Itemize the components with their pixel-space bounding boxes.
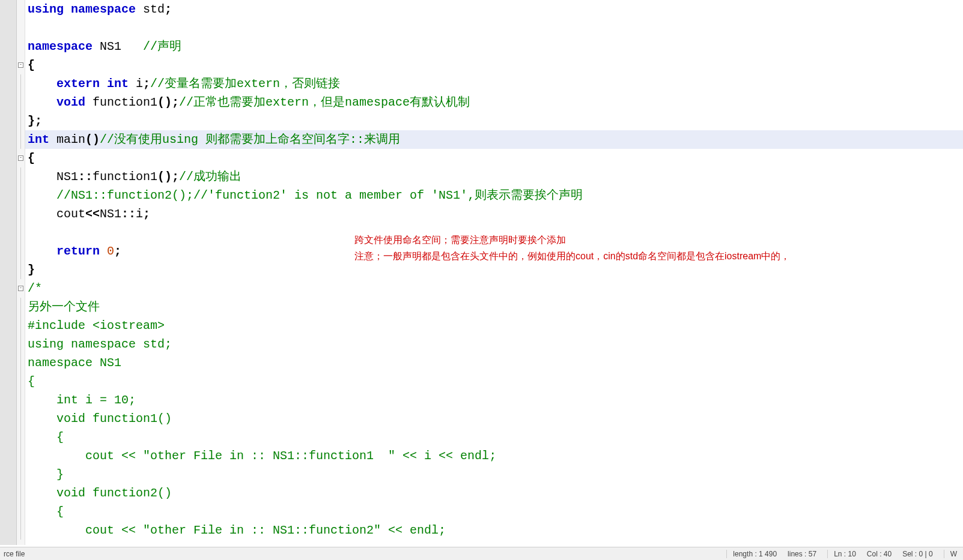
code-line[interactable]: void function1()	[25, 409, 963, 428]
code-line[interactable]: int main()//没有使用using 则都需要加上命名空间名字::来调用	[25, 130, 963, 149]
token: extern int	[56, 77, 129, 91]
code-line[interactable]: }	[25, 465, 963, 484]
fold-marker[interactable]	[17, 316, 25, 335]
token: int	[28, 133, 49, 146]
token: NS1	[56, 170, 78, 184]
token: cout	[56, 207, 85, 221]
code-line[interactable]: using namespace std;	[25, 0, 963, 19]
fold-marker[interactable]	[17, 242, 25, 260]
fold-marker[interactable]	[17, 298, 25, 316]
token: {	[28, 375, 35, 388]
code-line[interactable]: {	[25, 149, 963, 167]
token: //声明	[143, 40, 181, 53]
code-line[interactable]: NS1::function1();//成功输出	[25, 167, 963, 186]
token: }	[28, 263, 35, 277]
fold-marker[interactable]	[17, 223, 25, 242]
status-sel: Sel : 0 | 0	[902, 550, 932, 558]
fold-marker[interactable]	[17, 186, 25, 205]
code-line[interactable]: {	[25, 502, 963, 521]
line-number	[0, 428, 16, 447]
code-line[interactable]: using namespace std;	[25, 335, 963, 354]
token: namespace NS1	[28, 356, 121, 370]
line-number	[0, 93, 16, 112]
code-editor[interactable]: --- 跨文件使用命名空间；需要注意声明时要挨个添加 注意；一般声明都是包含在头…	[0, 0, 963, 545]
token: ;	[114, 244, 121, 258]
token: ::	[78, 170, 93, 184]
code-line[interactable]: cout << "other File in :: NS1::function2…	[25, 521, 963, 540]
code-line[interactable]: };	[25, 112, 963, 130]
fold-toggle-icon[interactable]: -	[18, 286, 23, 291]
code-line[interactable]: {	[25, 56, 963, 74]
fold-marker[interactable]	[17, 502, 25, 521]
token: ();	[157, 95, 179, 109]
code-line[interactable]	[25, 19, 963, 37]
line-number	[0, 56, 16, 74]
token: ();	[157, 170, 179, 184]
line-number	[0, 298, 16, 316]
token: namespace	[28, 40, 93, 53]
fold-marker[interactable]: -	[17, 56, 25, 74]
fold-marker[interactable]	[17, 484, 25, 502]
code-line[interactable]: namespace NS1	[25, 354, 963, 372]
fold-marker[interactable]	[17, 37, 25, 56]
fold-marker[interactable]	[17, 391, 25, 409]
fold-column[interactable]: ---	[17, 0, 25, 545]
fold-marker[interactable]	[17, 167, 25, 186]
fold-marker[interactable]	[17, 521, 25, 540]
line-number	[0, 37, 16, 56]
code-line[interactable]: cout << "other File in :: NS1::function1…	[25, 447, 963, 465]
token: }	[56, 468, 64, 481]
token: void function2()	[56, 486, 172, 500]
fold-marker[interactable]	[17, 335, 25, 354]
fold-marker[interactable]: -	[17, 149, 25, 167]
line-number	[0, 335, 16, 354]
line-number	[0, 19, 16, 37]
code-line[interactable]: cout<<NS1::i;	[25, 205, 963, 223]
code-line[interactable]: extern int i;//变量名需要加extern，否则链接	[25, 74, 963, 93]
token: using namespace std;	[28, 337, 172, 351]
code-line[interactable]: #include <iostream>	[25, 316, 963, 335]
token: ;	[143, 77, 150, 91]
token: {	[56, 505, 64, 519]
line-number	[0, 167, 16, 186]
line-number	[0, 521, 16, 540]
code-line[interactable]: 另外一个文件	[25, 298, 963, 316]
code-line[interactable]: {	[25, 428, 963, 447]
fold-marker[interactable]	[17, 0, 25, 19]
fold-marker[interactable]	[17, 409, 25, 428]
fold-marker[interactable]	[17, 112, 25, 130]
code-line[interactable]: void function2()	[25, 484, 963, 502]
fold-marker[interactable]	[17, 205, 25, 223]
fold-marker[interactable]	[17, 74, 25, 93]
fold-marker[interactable]	[17, 372, 25, 391]
code-line[interactable]: void function1();//正常也需要加extern，但是namesp…	[25, 93, 963, 112]
token: ;	[165, 2, 172, 16]
fold-marker[interactable]	[17, 130, 25, 149]
code-line[interactable]: int i = 10;	[25, 391, 963, 409]
code-line[interactable]: /*	[25, 279, 963, 298]
fold-marker[interactable]	[17, 447, 25, 465]
fold-marker[interactable]	[17, 428, 25, 447]
fold-marker[interactable]	[17, 93, 25, 112]
fold-marker[interactable]	[17, 465, 25, 484]
status-filetype: rce file	[0, 550, 25, 558]
token: {	[28, 58, 35, 72]
fold-toggle-icon[interactable]: -	[18, 155, 23, 161]
token: cout << "other File in :: NS1::function2…	[85, 523, 446, 537]
token: i	[136, 207, 143, 221]
token: //变量名需要加extern，否则链接	[150, 77, 340, 91]
code-line[interactable]: {	[25, 372, 963, 391]
fold-marker[interactable]: -	[17, 279, 25, 298]
fold-marker[interactable]	[17, 354, 25, 372]
status-bar: rce file length : 1 490 lines : 57 Ln : …	[0, 547, 963, 560]
token: /*	[28, 282, 42, 295]
fold-marker[interactable]	[17, 260, 25, 279]
line-number	[0, 484, 16, 502]
code-line[interactable]: namespace NS1 //声明	[25, 37, 963, 56]
code-area[interactable]: 跨文件使用命名空间；需要注意声明时要挨个添加 注意；一般声明都是包含在头文件中的…	[25, 0, 963, 545]
fold-toggle-icon[interactable]: -	[18, 62, 23, 68]
line-number	[0, 502, 16, 521]
fold-marker[interactable]	[17, 19, 25, 37]
code-line[interactable]: //NS1::function2();//'function2' is not …	[25, 186, 963, 205]
token: ;	[143, 207, 150, 221]
